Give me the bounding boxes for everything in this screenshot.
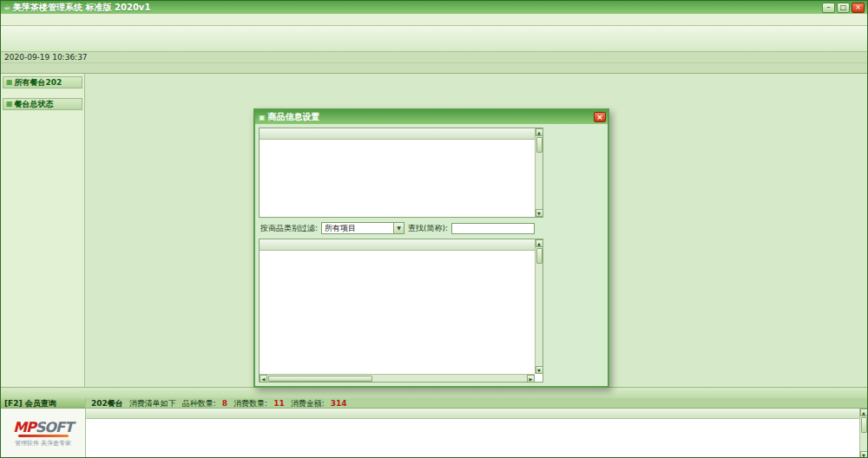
dialog-titlebar[interactable]: ▣ 商品信息设置 ×	[255, 110, 608, 124]
scroll-up-icon[interactable]: ▲	[536, 128, 543, 136]
brand-tagline: 管理软件 美萍是专家	[15, 439, 71, 448]
status-count: 11	[273, 398, 285, 408]
dialog-close-button[interactable]: ×	[594, 112, 606, 122]
f2-member-button[interactable]: [F2] 会员查询	[1, 398, 85, 409]
logo-swoosh	[18, 435, 69, 437]
scroll-thumb[interactable]	[861, 417, 867, 433]
app-icon: ☕	[3, 1, 10, 14]
category-table: ▲ ▼	[259, 128, 543, 218]
bottom-region: [F2] 会员查询 MPSOFT 管理软件 美萍是专家 202餐台 消费清单如下…	[1, 398, 867, 458]
app-window: ☕ 美萍茶楼管理系统 标准版 2020v1 – □ × 2020-09-19 1…	[0, 0, 868, 458]
consumption-status: 202餐台 消费清单如下 品种数量:8 消费数量:11 消费金额:314	[86, 398, 867, 409]
scroll-left-icon[interactable]: ◀	[260, 375, 267, 383]
scroll-up-icon[interactable]: ▲	[860, 409, 868, 416]
bottom-toolbar	[1, 387, 867, 398]
scroll-down-icon[interactable]: ▼	[536, 366, 543, 374]
product-table: ◀ ▶ ▲ ▼	[259, 239, 543, 383]
status-kinds-label: 品种数量:	[182, 398, 216, 408]
product-buttons	[547, 239, 604, 383]
search-input[interactable]	[451, 223, 535, 234]
grid-icon: ▦	[6, 99, 13, 109]
current-table-title: 所有餐台202	[15, 77, 62, 88]
scroll-down-icon[interactable]: ▼	[536, 209, 543, 217]
chevron-down-icon[interactable]: ▼	[393, 223, 404, 233]
status-kinds: 8	[222, 398, 227, 408]
titlebar: ☕ 美萍茶楼管理系统 标准版 2020v1 – □ ×	[1, 1, 867, 14]
current-table-header: ▦ 所有餐台202	[3, 76, 82, 88]
left-panel: ▦ 所有餐台202 ▦ 餐台总状态	[1, 74, 85, 387]
scroll-up-icon[interactable]: ▲	[536, 239, 543, 247]
product-scrollbar[interactable]: ▲ ▼	[535, 239, 542, 374]
dialog-body: ▲ ▼ 按商品类别过滤: 所有项目 ▼ 查找(简称):	[255, 124, 608, 386]
brand-logo: MPSOFT 管理软件 美萍是专家	[1, 409, 85, 458]
category-scrollbar[interactable]: ▲ ▼	[535, 128, 542, 217]
brand-name: MPSOFT	[13, 421, 73, 434]
consumption-panel: 202餐台 消费清单如下 品种数量:8 消费数量:11 消费金额:314 ▲ ▼	[86, 398, 867, 458]
filter-value: 所有项目	[325, 223, 356, 234]
status-amount-label: 消费金额:	[291, 398, 325, 408]
category-filter-select[interactable]: 所有项目 ▼	[321, 222, 404, 234]
summary-header: ▦ 餐台总状态	[3, 98, 82, 110]
dialog-title: 商品信息设置	[268, 111, 320, 123]
view-tabs	[1, 63, 867, 74]
product-info-dialog: ▣ 商品信息设置 × ▲ ▼ 按商品类别过滤:	[253, 108, 609, 388]
search-label: 查找(简称):	[408, 223, 448, 234]
summary-title: 餐台总状态	[15, 99, 54, 109]
product-hscrollbar[interactable]: ◀ ▶	[260, 374, 535, 382]
filter-label: 按商品类别过滤:	[260, 223, 318, 234]
status-desc: 消费清单如下	[129, 398, 176, 408]
consumption-scrollbar[interactable]: ▲ ▼	[859, 409, 867, 458]
maximize-button[interactable]: □	[837, 3, 850, 13]
product-table-header	[260, 239, 542, 251]
window-title: 美萍茶楼管理系统 标准版 2020v1	[13, 2, 822, 14]
consumption-table-header	[86, 409, 867, 419]
subbar: 2020-09-19 10:36:37	[1, 52, 867, 63]
scroll-right-icon[interactable]: ▶	[527, 375, 535, 383]
category-table-header	[260, 128, 542, 140]
grid-icon: ▦	[6, 77, 13, 88]
minimize-button[interactable]: –	[822, 3, 835, 13]
menubar	[1, 14, 867, 26]
dialog-icon: ▣	[259, 114, 266, 121]
window-controls: – □ ×	[822, 3, 865, 13]
status-amount: 314	[331, 398, 347, 408]
consumption-table: ▲ ▼	[86, 409, 867, 458]
scroll-thumb[interactable]	[536, 137, 542, 153]
bottom-left-panel: [F2] 会员查询 MPSOFT 管理软件 美萍是专家	[1, 398, 86, 458]
scroll-down-icon[interactable]: ▼	[860, 451, 868, 458]
category-buttons	[547, 128, 604, 218]
close-button[interactable]: ×	[852, 3, 865, 13]
filter-row: 按商品类别过滤: 所有项目 ▼ 查找(简称):	[259, 220, 604, 236]
toolbar	[1, 26, 867, 52]
scroll-thumb[interactable]	[268, 376, 372, 382]
datetime: 2020-09-19 10:36:37	[4, 53, 86, 62]
status-count-label: 消费数量:	[233, 398, 267, 408]
scroll-thumb[interactable]	[536, 248, 542, 264]
status-table: 202餐台	[91, 398, 123, 408]
